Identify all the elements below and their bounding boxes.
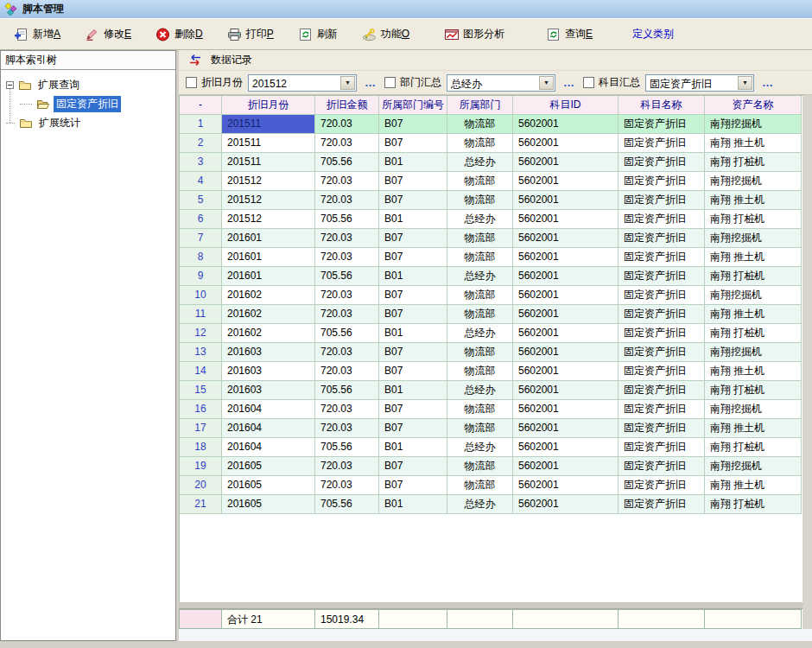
- data-cell[interactable]: 总经办: [447, 153, 513, 172]
- data-cell[interactable]: 总经办: [447, 210, 513, 229]
- data-cell[interactable]: 705.56: [315, 381, 379, 400]
- data-cell[interactable]: 固定资产折旧: [619, 305, 705, 324]
- data-cell[interactable]: 南翔挖掘机: [705, 457, 802, 476]
- data-cell[interactable]: B07: [379, 172, 447, 191]
- data-cell[interactable]: 南翔 推土机: [705, 305, 802, 324]
- data-cell[interactable]: B01: [379, 210, 447, 229]
- data-cell[interactable]: 201512: [222, 172, 315, 191]
- data-cell[interactable]: 5602001: [513, 343, 619, 362]
- data-cell[interactable]: 720.03: [315, 134, 379, 153]
- chevron-down-icon[interactable]: ▼: [738, 76, 752, 90]
- data-cell[interactable]: 201605: [222, 457, 315, 476]
- data-cell[interactable]: 固定资产折旧: [619, 343, 705, 362]
- data-cell[interactable]: 5602001: [513, 400, 619, 419]
- data-cell[interactable]: 南翔 打桩机: [705, 153, 802, 172]
- data-cell[interactable]: B01: [379, 324, 447, 343]
- chevron-down-icon[interactable]: ▼: [340, 76, 355, 90]
- data-cell[interactable]: 南翔 打桩机: [705, 210, 802, 229]
- data-cell[interactable]: 201601: [222, 248, 315, 267]
- data-cell[interactable]: 720.03: [315, 115, 379, 134]
- data-cell[interactable]: 南翔挖掘机: [705, 286, 802, 305]
- row-number-cell[interactable]: 1: [180, 115, 222, 134]
- data-cell[interactable]: 南翔 打桩机: [705, 267, 802, 286]
- row-number-cell[interactable]: 7: [180, 229, 222, 248]
- row-number-cell[interactable]: 3: [180, 153, 222, 172]
- data-cell[interactable]: 南翔 推土机: [705, 476, 802, 495]
- row-number-cell[interactable]: 2: [180, 134, 222, 153]
- data-cell[interactable]: 5602001: [513, 172, 619, 191]
- data-cell[interactable]: 总经办: [447, 324, 513, 343]
- data-cell[interactable]: 201512: [222, 191, 315, 210]
- data-cell[interactable]: 物流部: [447, 286, 513, 305]
- data-cell[interactable]: 物流部: [447, 134, 513, 153]
- toolbar-refresh-button[interactable]: 刷新: [293, 24, 343, 44]
- data-cell[interactable]: B07: [379, 115, 447, 134]
- data-cell[interactable]: 720.03: [315, 286, 379, 305]
- data-cell[interactable]: 物流部: [447, 191, 513, 210]
- data-cell[interactable]: B01: [379, 153, 447, 172]
- data-cell[interactable]: 201603: [222, 343, 315, 362]
- row-number-cell[interactable]: 17: [180, 419, 222, 438]
- data-cell[interactable]: 南翔挖掘机: [705, 400, 802, 419]
- data-cell[interactable]: 5602001: [513, 229, 619, 248]
- data-cell[interactable]: 固定资产折旧: [619, 438, 705, 457]
- row-number-cell[interactable]: 21: [180, 495, 222, 514]
- row-number-cell[interactable]: 5: [180, 191, 222, 210]
- toolbar-function-button[interactable]: 功能O: [357, 24, 415, 44]
- data-cell[interactable]: 固定资产折旧: [619, 457, 705, 476]
- data-cell[interactable]: 5602001: [513, 457, 619, 476]
- data-cell[interactable]: 南翔 推土机: [705, 134, 802, 153]
- define-category-link[interactable]: 定义类别: [632, 27, 674, 41]
- data-cell[interactable]: 201602: [222, 286, 315, 305]
- data-cell[interactable]: 固定资产折旧: [619, 476, 705, 495]
- data-cell[interactable]: 固定资产折旧: [619, 248, 705, 267]
- tree-expander-icon[interactable]: [6, 81, 14, 89]
- data-cell[interactable]: 720.03: [315, 400, 379, 419]
- filter-checkbox-折旧月份[interactable]: [186, 77, 197, 88]
- data-cell[interactable]: 5602001: [513, 362, 619, 381]
- data-cell[interactable]: 720.03: [315, 172, 379, 191]
- data-cell[interactable]: 5602001: [513, 134, 619, 153]
- data-cell[interactable]: 201602: [222, 305, 315, 324]
- data-cell[interactable]: 201603: [222, 381, 315, 400]
- data-cell[interactable]: B07: [379, 286, 447, 305]
- data-cell[interactable]: 南翔 推土机: [705, 419, 802, 438]
- data-cell[interactable]: 201511: [222, 153, 315, 172]
- data-cell[interactable]: 南翔 打桩机: [705, 381, 802, 400]
- data-cell[interactable]: B07: [379, 343, 447, 362]
- data-cell[interactable]: 705.56: [315, 210, 379, 229]
- data-cell[interactable]: 固定资产折旧: [619, 229, 705, 248]
- data-cell[interactable]: 固定资产折旧: [619, 495, 705, 514]
- data-cell[interactable]: 705.56: [315, 438, 379, 457]
- row-number-cell[interactable]: 15: [180, 381, 222, 400]
- data-cell[interactable]: B07: [379, 419, 447, 438]
- data-cell[interactable]: 总经办: [447, 267, 513, 286]
- data-cell[interactable]: B07: [379, 134, 447, 153]
- data-cell[interactable]: 物流部: [447, 457, 513, 476]
- data-cell[interactable]: 固定资产折旧: [619, 210, 705, 229]
- data-cell[interactable]: 物流部: [447, 362, 513, 381]
- data-cell[interactable]: 705.56: [315, 495, 379, 514]
- data-cell[interactable]: 南翔 推土机: [705, 191, 802, 210]
- data-cell[interactable]: 物流部: [447, 115, 513, 134]
- data-cell[interactable]: 物流部: [447, 419, 513, 438]
- row-number-cell[interactable]: 18: [180, 438, 222, 457]
- data-cell[interactable]: 201605: [222, 495, 315, 514]
- data-cell[interactable]: 201511: [222, 134, 315, 153]
- data-cell[interactable]: 201604: [222, 419, 315, 438]
- row-number-cell[interactable]: 6: [180, 210, 222, 229]
- data-cell[interactable]: B07: [379, 476, 447, 495]
- data-cell[interactable]: 总经办: [447, 438, 513, 457]
- filter-more-button[interactable]: …: [365, 76, 377, 89]
- data-cell[interactable]: 201601: [222, 267, 315, 286]
- data-cell[interactable]: 物流部: [447, 248, 513, 267]
- filter-more-button[interactable]: …: [762, 76, 774, 89]
- tree-item-扩展统计[interactable]: 扩展统计: [1, 113, 175, 132]
- data-cell[interactable]: 705.56: [315, 267, 379, 286]
- filter-checkbox-部门汇总[interactable]: [384, 77, 396, 88]
- data-cell[interactable]: 5602001: [513, 476, 619, 495]
- data-cell[interactable]: 201604: [222, 400, 315, 419]
- row-number-cell[interactable]: 10: [180, 286, 222, 305]
- data-cell[interactable]: 固定资产折旧: [619, 400, 705, 419]
- data-cell[interactable]: 物流部: [447, 229, 513, 248]
